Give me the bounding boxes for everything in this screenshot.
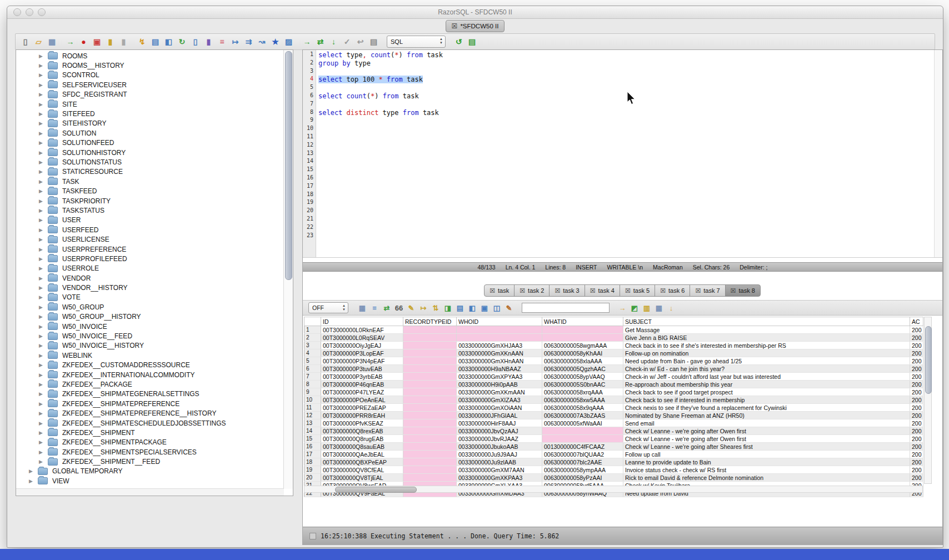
export-csv-icon[interactable]: ◩ (630, 303, 640, 313)
insert-row-icon[interactable]: ↦ (418, 303, 428, 313)
disclosure-triangle-icon[interactable]: ▶ (39, 247, 48, 252)
cell-whatid[interactable]: 006300000058xw5AAA (542, 396, 623, 404)
disclosure-triangle-icon[interactable]: ▶ (39, 53, 48, 59)
cell-recordtypeid[interactable] (403, 427, 457, 435)
row-number[interactable]: 5 (304, 357, 321, 365)
cell-whatid[interactable]: 00630000005S0bnAAC (542, 381, 623, 388)
row-number[interactable]: 2 (304, 334, 321, 342)
update-rows-icon[interactable]: ⇅ (431, 303, 441, 313)
column-header-rownum[interactable] (304, 317, 321, 326)
edit-cell-icon[interactable]: ✎ (406, 303, 416, 313)
tree-item-taskstatus[interactable]: ▶TASKSTATUS (16, 206, 283, 215)
close-tab-icon[interactable]: ☒ (520, 287, 525, 294)
tree-item-userfeed[interactable]: ▶USERFEED (16, 225, 283, 234)
cell-whoid[interactable]: 0033000000Ju9zlAAB (457, 458, 542, 466)
column-list-icon[interactable]: ≡ (217, 37, 227, 47)
cell-recordtypeid[interactable] (403, 349, 457, 357)
cell-activitydate[interactable]: 200 (910, 396, 923, 404)
edit-table-icon[interactable]: ◧ (163, 37, 174, 47)
tree-item-w50-invoice-history[interactable]: ▶W50_INVOICE__HISTORY (16, 341, 283, 351)
table-row[interactable]: 300T3000000OiyJgEAJ0033000000GmXHJAA3006… (304, 342, 923, 349)
column-header-whatid[interactable]: WHATID (542, 317, 623, 326)
cell-activitydate[interactable]: 200 (910, 435, 923, 443)
editor-line[interactable]: select top 100 * from task (318, 76, 934, 84)
row-number[interactable]: 17 (304, 451, 321, 458)
tree-item-scontrol[interactable]: ▶SCONTROL (16, 71, 283, 80)
cell-whatid[interactable]: 006300000058yPzAAI (542, 474, 623, 482)
results-list-icon[interactable]: ▤ (467, 37, 477, 47)
cell-id[interactable]: 00T3000000P46qnEAB (321, 381, 403, 388)
cell-whoid[interactable]: 0033000000H9i0pAAB (457, 381, 542, 388)
cell-subject[interactable]: Re-approach about membership this year (623, 381, 910, 388)
disclosure-triangle-icon[interactable]: ▶ (39, 150, 48, 156)
database-icon[interactable]: ▮ (118, 37, 129, 47)
close-tab-icon[interactable]: ☒ (731, 287, 736, 294)
editor-line[interactable] (318, 117, 934, 125)
table-row[interactable]: 1000T3000000POeAnEAL0033000000GmXIZAA300… (304, 396, 923, 404)
editor-line[interactable] (318, 101, 934, 109)
result-tab-task-8[interactable]: ☒task 8 (725, 284, 761, 297)
cell-recordtypeid[interactable] (403, 357, 457, 365)
tree-item-zkfedex-shipmatepreference-history[interactable]: ▶ZKFEDEX__SHIPMATEPREFERENCE__HISTORY (16, 408, 283, 418)
tree-item-zkfedex-internationalcommodity[interactable]: ▶ZKFEDEX__INTERNATIONALCOMMODITY (16, 370, 283, 379)
cell-whatid[interactable]: 006300000058yKhAAI (542, 349, 623, 357)
cell-recordtypeid[interactable] (403, 388, 457, 396)
cell-subject[interactable]: Check back in to see if she's interested… (623, 342, 910, 349)
disclosure-triangle-icon[interactable]: ▶ (39, 72, 48, 78)
sort-filter-icon[interactable]: ↦ (230, 37, 241, 47)
disclosure-triangle-icon[interactable]: ▶ (39, 343, 48, 348)
tree-item-sitehistory[interactable]: ▶SITEHISTORY (16, 119, 283, 128)
cell-recordtypeid[interactable] (403, 373, 457, 381)
cell-recordtypeid[interactable] (403, 458, 457, 466)
tree-vertical-scrollbar[interactable] (283, 50, 293, 489)
highlight-icon[interactable]: ✎ (504, 303, 514, 313)
cell-activitydate[interactable]: 200 (910, 381, 923, 388)
save-icon[interactable]: ▦ (47, 37, 57, 47)
cell-whoid[interactable]: 0033000000JbvQzAAJ (457, 427, 542, 435)
cell-whatid[interactable]: 006300000058ympAAA (542, 466, 623, 474)
row-number[interactable]: 11 (304, 404, 321, 412)
view-record-icon[interactable]: ◧ (467, 303, 477, 313)
row-number[interactable]: 9 (304, 388, 321, 396)
close-tab-icon[interactable]: ☒ (625, 287, 631, 294)
cell-whatid[interactable]: 00630000005QgzhAAC (542, 365, 623, 373)
cell-whoid[interactable]: 0033000000GmXKnAAN (457, 349, 542, 357)
cell-activitydate[interactable]: 200 (910, 365, 923, 373)
disclosure-triangle-icon[interactable]: ▶ (29, 478, 38, 484)
quotes-icon[interactable]: 66 (394, 303, 404, 313)
disclosure-triangle-icon[interactable]: ▶ (39, 208, 48, 213)
export-results-icon[interactable]: ◨ (443, 303, 453, 313)
editor-line[interactable] (318, 191, 934, 199)
tree-item-vendor-history[interactable]: ▶VENDOR__HISTORY (16, 283, 283, 292)
cell-whoid[interactable]: 0033000000GmXHJAA3 (457, 342, 542, 349)
cell-activitydate[interactable]: 200 (910, 373, 923, 381)
disclosure-triangle-icon[interactable]: ▶ (39, 285, 48, 291)
cell-whatid[interactable]: 006300000058x9qAAA (542, 404, 623, 412)
tree-item-view[interactable]: ▶VIEW (16, 476, 283, 486)
scrollbar-thumb[interactable] (285, 51, 292, 280)
cell-whatid[interactable] (542, 326, 623, 334)
cell-activitydate[interactable]: 200 (910, 443, 923, 451)
tree-item-solutionfeed[interactable]: ▶SOLUTIONFEED (16, 138, 283, 148)
cell-id[interactable]: 00T3000000Q8sauEAB (321, 443, 403, 451)
cell-recordtypeid[interactable] (403, 412, 457, 419)
cell-id[interactable]: 00T3000000P3LopEAF (321, 349, 403, 357)
column-header-whoid[interactable]: WHOID (457, 317, 542, 326)
cell-activitydate[interactable]: 200 (910, 342, 923, 349)
tree-item-userlicense[interactable]: ▶USERLICENSE (16, 234, 283, 244)
result-tab-task-2[interactable]: ☒task 2 (514, 284, 550, 297)
record-icon[interactable]: ● (78, 37, 89, 47)
editor-line[interactable] (318, 68, 934, 76)
tree-item-sfdc-registrant[interactable]: ▶SFDC_REGISTRANT (16, 90, 283, 99)
disclosure-triangle-icon[interactable]: ▶ (39, 256, 48, 262)
close-tab-icon[interactable]: ☒ (590, 287, 596, 294)
results-search-input[interactable] (522, 303, 610, 313)
download-icon[interactable]: ↓ (666, 303, 676, 313)
close-tab-icon[interactable]: ☒ (490, 287, 495, 294)
disclosure-triangle-icon[interactable]: ▶ (39, 421, 48, 426)
tree-item-sitefeed[interactable]: ▶SITEFEED (16, 109, 283, 118)
favorites-icon[interactable]: ★ (270, 37, 281, 47)
disclosure-triangle-icon[interactable]: ▶ (39, 294, 48, 300)
table-row[interactable]: 900T3000000P47LYEAZ0033000000GmXKmAAN006… (304, 388, 923, 396)
tree-item-vote[interactable]: ▶VOTE (16, 293, 283, 302)
